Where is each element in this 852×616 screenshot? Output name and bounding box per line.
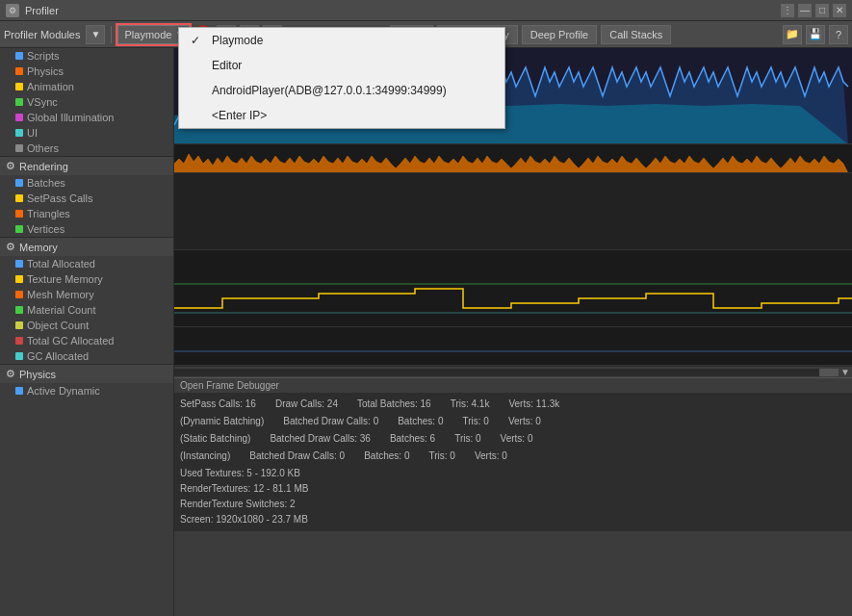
memory-chart	[174, 250, 852, 327]
window-controls: ⋮ — □ ✕	[781, 4, 846, 17]
sidebar-rendering-vertices[interactable]: Vertices	[0, 221, 173, 237]
content-area: ▼ Open Frame Debugger SetPass Calls: 16 …	[174, 48, 852, 616]
instancing-tris: Tris: 0	[428, 449, 454, 464]
total-batches: Total Batches: 16	[357, 397, 431, 412]
dynamic-batches: Batches: 0	[398, 414, 443, 429]
rendering-icon: ⚙	[6, 160, 15, 172]
playmode-label: Playmode	[124, 29, 171, 40]
modules-dropdown-arrow[interactable]: ▼	[86, 25, 105, 44]
playmode-dropdown-menu[interactable]: PlaymodeEditorAndroidPlayer(ADB@127.0.0.…	[178, 27, 505, 129]
sidebar: ScriptsPhysicsAnimationVSyncGlobal Illum…	[0, 48, 174, 616]
scroll-down-arrow[interactable]: ▼	[839, 367, 852, 377]
dropdown-item-editor[interactable]: Editor	[179, 53, 504, 78]
verts-count: Verts: 11.3k	[508, 397, 559, 412]
tris-count: Tris: 4.1k	[451, 397, 490, 412]
instancing-label: (Instancing)	[180, 449, 230, 464]
sidebar-item-vsync[interactable]: VSync	[0, 94, 173, 110]
maximize-button[interactable]: □	[815, 4, 829, 17]
sidebar-physics-header[interactable]: ⚙ Physics	[0, 364, 173, 383]
instancing-verts: Verts: 0	[475, 449, 507, 464]
sidebar-cpu-items: ScriptsPhysicsAnimationVSyncGlobal Illum…	[0, 48, 173, 156]
sidebar-memory-object-count[interactable]: Object Count	[0, 318, 173, 333]
deep-profile-button[interactable]: Deep Profile	[522, 25, 598, 44]
render-textures: RenderTextures: 12 - 81.1 MB	[180, 481, 846, 497]
sidebar-item-ui[interactable]: UI	[0, 125, 173, 141]
minimize-button[interactable]: —	[798, 4, 812, 17]
static-batches: Batches: 6	[390, 431, 435, 447]
sidebar-rendering-triangles[interactable]: Triangles	[0, 206, 173, 221]
scrollbar-thumb[interactable]	[819, 369, 839, 376]
sidebar-item-global-illumination[interactable]: Global Illumination	[0, 110, 173, 125]
physics-chart	[174, 327, 852, 366]
memory-label: Memory	[19, 242, 58, 253]
svg-rect-3	[174, 250, 852, 326]
sidebar-memory-texture-memory[interactable]: Texture Memory	[0, 271, 173, 287]
dropdown-item-playmode[interactable]: Playmode	[179, 28, 504, 53]
sidebar-rendering-batches[interactable]: Batches	[0, 175, 173, 191]
call-stacks-button[interactable]: Call Stacks	[601, 25, 671, 44]
set-pass-calls: SetPass Calls: 16	[180, 397, 256, 412]
dynamic-batched-draw: Batched Draw Calls: 0	[283, 414, 378, 429]
modules-label: Profiler Modules	[4, 29, 80, 40]
sidebar-memory-total-gc-allocated[interactable]: Total GC Allocated	[0, 333, 173, 348]
menu-button[interactable]: ⋮	[781, 4, 794, 17]
stats-row-3: (Static Batching) Batched Draw Calls: 36…	[180, 431, 846, 447]
help-button[interactable]: ?	[829, 25, 848, 44]
svg-rect-6	[174, 327, 852, 365]
sidebar-physics-items: Active Dynamic	[0, 383, 173, 398]
profiler-icon: ⚙	[6, 4, 19, 17]
stats-row-1: SetPass Calls: 16 Draw Calls: 24 Total B…	[180, 397, 846, 412]
main-layout: ScriptsPhysicsAnimationVSyncGlobal Illum…	[0, 48, 852, 616]
sidebar-memory-total-allocated[interactable]: Total Allocated	[0, 256, 173, 271]
sidebar-item-scripts[interactable]: Scripts	[0, 48, 173, 64]
sidebar-memory-header[interactable]: ⚙ Memory	[0, 237, 173, 256]
close-button[interactable]: ✕	[833, 4, 846, 17]
save-button[interactable]: 💾	[806, 25, 825, 44]
render-texture-switches: RenderTexture Switches: 2	[180, 497, 846, 512]
used-textures: Used Textures: 5 - 192.0 KB	[180, 466, 846, 481]
sidebar-physics-active-dynamic[interactable]: Active Dynamic	[0, 383, 173, 398]
frame-debugger-label: Open Frame Debugger	[180, 380, 279, 391]
sidebar-item-animation[interactable]: Animation	[0, 79, 173, 94]
dropdown-item--enter-ip-[interactable]: <Enter IP>	[179, 103, 504, 128]
sidebar-rendering-setpass-calls[interactable]: SetPass Calls	[0, 191, 173, 206]
static-batched-draw: Batched Draw Calls: 36	[270, 431, 371, 447]
sidebar-item-physics[interactable]: Physics	[0, 64, 173, 79]
sidebar-memory-material-count[interactable]: Material Count	[0, 302, 173, 318]
dynamic-tris: Tris: 0	[462, 414, 488, 429]
dropdown-item-androidplayer(adb-127-0-0-1-34999-34999)[interactable]: AndroidPlayer(ADB@127.0.0.1:34999:34999)	[179, 78, 504, 103]
instancing-batches: Batches: 0	[364, 449, 409, 464]
window-title: Profiler	[25, 5, 59, 16]
static-batching-label: (Static Batching)	[180, 431, 250, 447]
rendering-label: Rendering	[19, 161, 68, 172]
svg-rect-2	[174, 173, 852, 249]
stats-row-4: (Instancing) Batched Draw Calls: 0 Batch…	[180, 449, 846, 464]
static-verts: Verts: 0	[501, 431, 533, 447]
sidebar-rendering-items: BatchesSetPass CallsTrianglesVertices	[0, 175, 173, 237]
scrollbar-track[interactable]	[174, 369, 839, 376]
orange-chart	[174, 144, 852, 173]
sidebar-memory-mesh-memory[interactable]: Mesh Memory	[0, 287, 173, 302]
screen-info: Screen: 1920x1080 - 23.7 MB	[180, 512, 846, 527]
sidebar-rendering-header[interactable]: ⚙ Rendering	[0, 156, 173, 175]
static-tris: Tris: 0	[454, 431, 480, 447]
physics-label: Physics	[19, 369, 56, 380]
dynamic-batching-label: (Dynamic Batching)	[180, 414, 264, 429]
memory-icon: ⚙	[6, 241, 15, 253]
stats-area: SetPass Calls: 16 Draw Calls: 24 Total B…	[174, 393, 852, 531]
sidebar-memory-gc-allocated[interactable]: GC Allocated	[0, 348, 173, 364]
sidebar-item-others[interactable]: Others	[0, 141, 173, 156]
stats-row-2: (Dynamic Batching) Batched Draw Calls: 0…	[180, 414, 846, 429]
load-button[interactable]: 📁	[783, 25, 802, 44]
scroll-row: ▼	[174, 366, 852, 377]
frame-debugger-bar[interactable]: Open Frame Debugger	[174, 377, 852, 393]
rendering-chart	[174, 173, 852, 250]
dynamic-verts: Verts: 0	[508, 414, 541, 429]
physics-icon: ⚙	[6, 368, 15, 380]
sidebar-memory-items: Total AllocatedTexture MemoryMesh Memory…	[0, 256, 173, 364]
draw-calls: Draw Calls: 24	[275, 397, 338, 412]
instancing-batched-draw: Batched Draw Calls: 0	[249, 449, 345, 464]
title-bar: ⚙ Profiler ⋮ — □ ✕	[0, 0, 852, 21]
